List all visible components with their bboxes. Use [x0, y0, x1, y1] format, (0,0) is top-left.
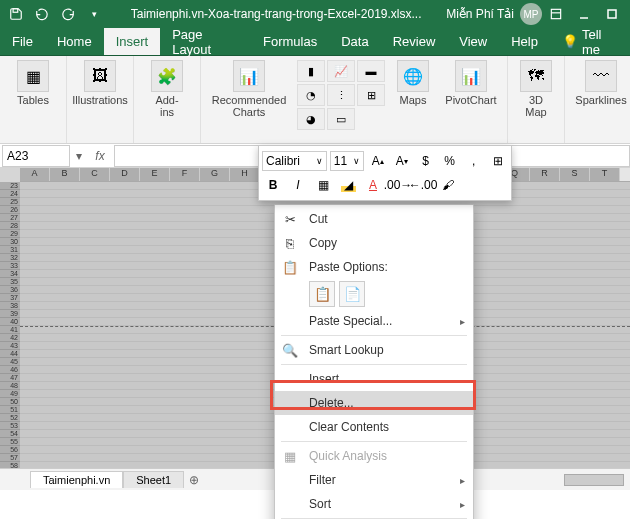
row-header[interactable]: 56: [0, 446, 20, 454]
row-header[interactable]: 39: [0, 310, 20, 318]
row-header[interactable]: 30: [0, 238, 20, 246]
account-area[interactable]: Miễn Phí Tải MP: [446, 3, 542, 25]
name-box[interactable]: A23: [2, 145, 70, 167]
maximize-button[interactable]: [598, 2, 626, 26]
context-delete[interactable]: Delete...: [275, 391, 473, 415]
row-header[interactable]: 32: [0, 254, 20, 262]
waterfall-chart-button[interactable]: ▬: [357, 60, 385, 82]
illustrations-button[interactable]: 🖼Illustrations: [73, 60, 127, 106]
ribbon-options-button[interactable]: [542, 2, 570, 26]
row-header[interactable]: 48: [0, 382, 20, 390]
row-header[interactable]: 34: [0, 270, 20, 278]
row-header[interactable]: 49: [0, 390, 20, 398]
minimize-button[interactable]: [570, 2, 598, 26]
column-header[interactable]: C: [80, 168, 110, 181]
row-header[interactable]: 55: [0, 438, 20, 446]
comma-format-button[interactable]: ,: [463, 151, 484, 171]
row-header[interactable]: 51: [0, 406, 20, 414]
tab-data[interactable]: Data: [329, 28, 380, 55]
row-header[interactable]: 44: [0, 350, 20, 358]
font-color-button[interactable]: A: [362, 175, 384, 195]
row-header[interactable]: 50: [0, 398, 20, 406]
tab-help[interactable]: Help: [499, 28, 550, 55]
row-header[interactable]: 25: [0, 198, 20, 206]
row-header[interactable]: 28: [0, 222, 20, 230]
undo-button[interactable]: [30, 2, 54, 26]
save-button[interactable]: [4, 2, 28, 26]
row-header[interactable]: 40: [0, 318, 20, 326]
tab-home[interactable]: Home: [45, 28, 104, 55]
column-header[interactable]: H: [230, 168, 260, 181]
row-header[interactable]: 36: [0, 286, 20, 294]
column-header[interactable]: E: [140, 168, 170, 181]
bar-chart-button[interactable]: ▮: [297, 60, 325, 82]
row-header[interactable]: 37: [0, 294, 20, 302]
row-header[interactable]: 46: [0, 366, 20, 374]
tab-file[interactable]: File: [0, 28, 45, 55]
column-header[interactable]: S: [560, 168, 590, 181]
context-insert[interactable]: Insert...: [275, 367, 473, 391]
row-header[interactable]: 47: [0, 374, 20, 382]
addins-button[interactable]: 🧩Add- ins: [140, 60, 194, 118]
maps-button[interactable]: 🌐Maps: [391, 60, 435, 106]
font-selector[interactable]: Calibri ∨: [262, 151, 327, 171]
tab-review[interactable]: Review: [381, 28, 448, 55]
hierarchy-chart-button[interactable]: ◔: [297, 84, 325, 106]
decrease-font-button[interactable]: A▾: [391, 151, 412, 171]
italic-button[interactable]: I: [287, 175, 309, 195]
row-header[interactable]: 24: [0, 190, 20, 198]
percent-format-button[interactable]: %: [439, 151, 460, 171]
horizontal-scrollbar[interactable]: [564, 474, 624, 486]
context-filter[interactable]: Filter▸: [275, 468, 473, 492]
context-paste-special[interactable]: Paste Special...▸: [275, 309, 473, 333]
row-header[interactable]: 54: [0, 430, 20, 438]
row-header[interactable]: 31: [0, 246, 20, 254]
accounting-format-button[interactable]: $: [415, 151, 436, 171]
row-header[interactable]: 27: [0, 214, 20, 222]
new-sheet-button[interactable]: ⊕: [184, 473, 204, 487]
row-header[interactable]: 33: [0, 262, 20, 270]
qat-customize-button[interactable]: ▾: [82, 2, 106, 26]
context-cut[interactable]: ✂Cut: [275, 207, 473, 231]
conditional-format-button[interactable]: ⊞: [487, 151, 508, 171]
stat-chart-button[interactable]: ▭: [327, 108, 355, 130]
context-clear-contents[interactable]: Clear Contents: [275, 415, 473, 439]
column-header[interactable]: F: [170, 168, 200, 181]
increase-decimal-button[interactable]: .00→: [387, 175, 409, 195]
name-box-dropdown[interactable]: ▾: [72, 149, 86, 163]
pie-chart-button[interactable]: ◕: [297, 108, 325, 130]
tables-button[interactable]: ▦Tables: [6, 60, 60, 106]
row-header[interactable]: 57: [0, 454, 20, 462]
tab-formulas[interactable]: Formulas: [251, 28, 329, 55]
row-header[interactable]: 53: [0, 422, 20, 430]
row-header[interactable]: 45: [0, 358, 20, 366]
tell-me[interactable]: 💡Tell me: [550, 28, 630, 55]
pivotchart-button[interactable]: 📊PivotChart: [441, 60, 501, 106]
row-header[interactable]: 35: [0, 278, 20, 286]
sparklines-button[interactable]: 〰Sparklines: [571, 60, 630, 106]
combo-chart-button[interactable]: ⊞: [357, 84, 385, 106]
row-header[interactable]: 38: [0, 302, 20, 310]
column-header[interactable]: A: [20, 168, 50, 181]
row-header[interactable]: 23: [0, 182, 20, 190]
column-header[interactable]: R: [530, 168, 560, 181]
tab-insert[interactable]: Insert: [104, 28, 161, 55]
sheet-tab-2[interactable]: Sheet1: [123, 471, 184, 488]
tab-view[interactable]: View: [447, 28, 499, 55]
bold-button[interactable]: B: [262, 175, 284, 195]
fill-color-button[interactable]: ◢: [337, 175, 359, 195]
format-painter-button[interactable]: 🖌: [437, 175, 459, 195]
scatter-chart-button[interactable]: ⋮: [327, 84, 355, 106]
column-header[interactable]: B: [50, 168, 80, 181]
decrease-decimal-button[interactable]: ←.00: [412, 175, 434, 195]
increase-font-button[interactable]: A▴: [367, 151, 388, 171]
context-copy[interactable]: ⎘Copy: [275, 231, 473, 255]
row-header[interactable]: 43: [0, 342, 20, 350]
paste-values-button[interactable]: 📄: [339, 281, 365, 307]
border-button[interactable]: ▦: [312, 175, 334, 195]
row-header[interactable]: 52: [0, 414, 20, 422]
column-header[interactable]: T: [590, 168, 620, 181]
font-size-selector[interactable]: 11 ∨: [330, 151, 365, 171]
paste-button[interactable]: 📋: [309, 281, 335, 307]
row-header[interactable]: 41: [0, 326, 20, 334]
